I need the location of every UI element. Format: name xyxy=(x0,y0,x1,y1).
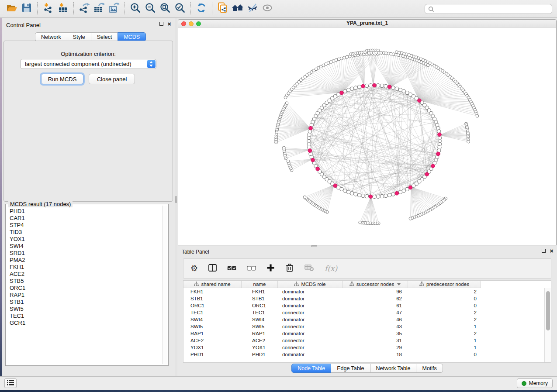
select-all-columns-button[interactable] xyxy=(227,262,236,275)
fx-icon: f(x) xyxy=(325,264,337,273)
mcds-result-item[interactable]: TEC1 xyxy=(7,313,161,320)
tab-select[interactable]: Select xyxy=(91,32,118,41)
open-folder-icon xyxy=(6,3,18,15)
function-builder-button[interactable]: f(x) xyxy=(325,262,337,275)
hide-selected-button[interactable] xyxy=(245,2,260,15)
mcds-result-item[interactable]: YOX1 xyxy=(7,236,161,243)
open-file-button[interactable] xyxy=(4,2,19,15)
unchecked-boxes-icon xyxy=(247,265,256,272)
table-row[interactable]: RAP1RAP1dominator352 xyxy=(183,330,544,337)
close-panel-icon[interactable]: × xyxy=(550,249,554,253)
table-cell: 96 xyxy=(343,288,408,295)
zoom-selected-button[interactable] xyxy=(173,2,187,15)
mcds-result-item[interactable]: ACE2 xyxy=(7,271,161,278)
add-column-button[interactable] xyxy=(266,262,275,275)
table-cell: STB1 xyxy=(242,295,278,302)
float-panel-icon[interactable] xyxy=(542,249,546,253)
table-scrollbar-thumb[interactable] xyxy=(546,291,550,330)
splitter-grip[interactable] xyxy=(175,196,177,203)
show-panels-list-button[interactable] xyxy=(4,378,17,388)
zoom-out-button[interactable] xyxy=(143,2,158,15)
tab-network[interactable]: Network xyxy=(35,32,67,41)
split-columns-button[interactable] xyxy=(208,262,217,275)
mcds-result-item[interactable]: SWI4 xyxy=(7,243,161,250)
run-mcds-button[interactable]: Run MCDS xyxy=(41,74,83,84)
zoom-in-button[interactable] xyxy=(128,2,143,15)
column-header-shared-name[interactable]: shared name xyxy=(183,281,242,288)
mcds-result-item[interactable]: STB5 xyxy=(7,278,161,285)
table-row[interactable]: STB1STB1dominator620 xyxy=(183,295,544,302)
mcds-result-item[interactable]: SWI5 xyxy=(7,306,161,313)
close-panel-button[interactable]: Close panel xyxy=(89,74,135,84)
first-neighbors-button[interactable] xyxy=(230,2,245,15)
float-panel-icon[interactable] xyxy=(159,22,163,26)
show-all-button[interactable] xyxy=(260,2,275,15)
mcds-result-item[interactable]: PMA2 xyxy=(7,257,161,264)
delete-table-button[interactable] xyxy=(304,262,314,275)
table-cell: 0 xyxy=(408,295,481,302)
zoom-fit-button[interactable] xyxy=(158,2,173,15)
table-row[interactable]: TEC1TEC1connector472 xyxy=(183,309,544,316)
column-header-MCDS-role[interactable]: MCDS role xyxy=(278,281,343,288)
tab-node-table[interactable]: Node Table xyxy=(291,364,331,373)
table-row[interactable]: YOX1YOX1connector291 xyxy=(183,344,544,351)
table-row[interactable]: SWI5SWI5connector431 xyxy=(183,323,544,330)
table-settings-button[interactable]: ⚙ xyxy=(190,262,198,275)
new-network-from-selection-button[interactable] xyxy=(215,2,230,15)
export-image-button[interactable] xyxy=(107,2,121,15)
export-table-button[interactable] xyxy=(92,2,107,15)
tab-network-table[interactable]: Network Table xyxy=(370,364,417,373)
tab-motifs[interactable]: Motifs xyxy=(416,364,443,373)
search-field[interactable] xyxy=(425,4,552,14)
mcds-result-item[interactable]: SRD1 xyxy=(7,250,161,257)
table-row[interactable]: FKH1FKH1dominator962 xyxy=(183,288,544,295)
column-header-name[interactable]: name xyxy=(242,281,278,288)
deselect-all-columns-button[interactable] xyxy=(247,262,256,275)
save-session-button[interactable] xyxy=(19,2,34,15)
mcds-result-item[interactable]: GCR1 xyxy=(7,320,161,327)
tab-edge-table[interactable]: Edge Table xyxy=(331,364,370,373)
table-cell: connector xyxy=(278,323,343,330)
table-row[interactable]: PHD1PHD1dominator180 xyxy=(183,351,544,358)
import-table-button[interactable] xyxy=(55,2,70,15)
column-header-predecessor-nodes[interactable]: predecessor nodes xyxy=(408,281,481,288)
column-label: shared name xyxy=(201,282,230,287)
table-cell: 43 xyxy=(343,323,408,330)
table-cell: 2 xyxy=(408,288,481,295)
network-canvas[interactable] xyxy=(178,28,556,245)
mcds-result-item[interactable]: ORC1 xyxy=(7,285,161,292)
gear-icon: ⚙ xyxy=(190,264,198,273)
application-window: Control Panel × NetworkStyleSelectMCDS O… xyxy=(0,0,557,392)
search-input[interactable] xyxy=(436,5,549,13)
tab-style[interactable]: Style xyxy=(67,32,91,41)
main-toolbar xyxy=(0,0,557,18)
memory-button[interactable]: Memory xyxy=(517,378,553,388)
table-scrollbar[interactable] xyxy=(544,288,551,362)
export-network-button[interactable] xyxy=(77,2,92,15)
table-row[interactable]: ACE2ACE2connector311 xyxy=(183,337,544,344)
toolbar-separator xyxy=(190,2,191,15)
table-header-row: shared namenameMCDS rolesuccessor nodesp… xyxy=(183,281,481,288)
network-window-titlebar[interactable]: YPA_prune.txt_1 xyxy=(178,20,556,28)
network-graph[interactable] xyxy=(178,28,556,245)
delete-column-button[interactable] xyxy=(285,262,294,275)
import-network-button[interactable] xyxy=(41,2,55,15)
tab-mcds[interactable]: MCDS xyxy=(118,32,146,41)
criterion-dropdown[interactable]: largest connected component (undirected) xyxy=(20,59,156,69)
mcds-result-item[interactable]: RAP1 xyxy=(7,292,161,299)
mcds-result-item[interactable]: PHD1 xyxy=(7,208,161,215)
table-row[interactable]: SWI4SWI4dominator462 xyxy=(183,316,544,323)
table-row[interactable]: ORC1ORC1dominator610 xyxy=(183,302,544,309)
table-cell: 0 xyxy=(408,302,481,309)
close-panel-icon[interactable]: × xyxy=(167,22,171,26)
mcds-result-item[interactable]: TID3 xyxy=(7,229,161,236)
mcds-result-item[interactable]: CAR1 xyxy=(7,215,161,222)
sort-desc-icon[interactable] xyxy=(397,283,401,285)
control-panel-title: Control Panel xyxy=(6,22,41,28)
mcds-result-item[interactable]: STB1 xyxy=(7,299,161,306)
column-header-successor-nodes[interactable]: successor nodes xyxy=(343,281,408,288)
mcds-result-item[interactable]: STP4 xyxy=(7,222,161,229)
mcds-result-item[interactable]: FKH1 xyxy=(7,264,161,271)
refresh-view-button[interactable] xyxy=(194,2,209,15)
mcds-list-scrollbar[interactable] xyxy=(162,206,167,364)
